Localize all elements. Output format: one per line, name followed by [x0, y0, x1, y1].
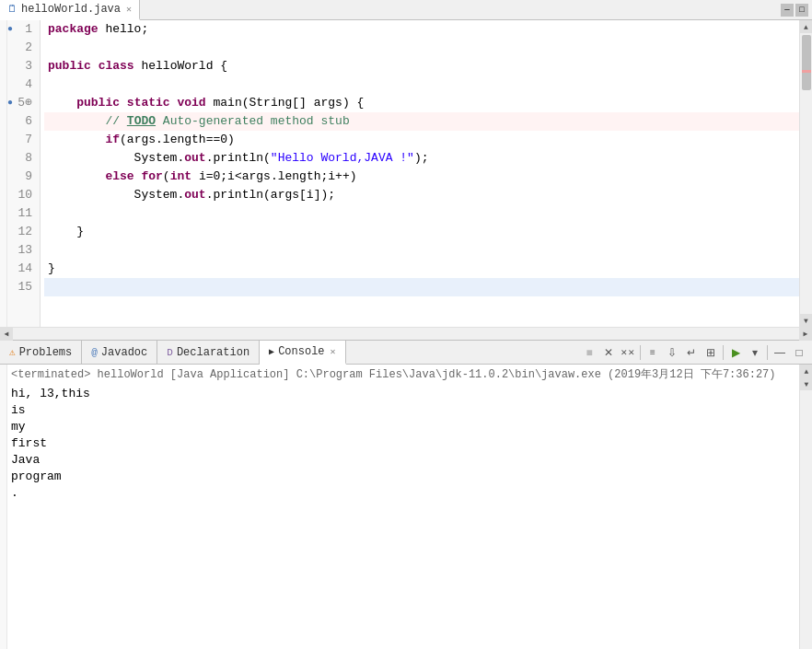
code-line-1: package hello; [44, 20, 799, 39]
problems-icon: ⚠ [9, 346, 16, 358]
code-line-14: } [44, 260, 799, 278]
open-run-dropdown[interactable]: ▾ [746, 343, 764, 362]
console-output-line-5: Java [11, 452, 795, 469]
scroll-lock-button[interactable]: ⇩ [663, 343, 681, 362]
console-output-line-4: first [11, 435, 795, 452]
console-panel-body: <terminated> helloWorld [Java Applicatio… [0, 365, 812, 649]
scroll-left-arrow[interactable]: ◀ [0, 328, 13, 341]
code-line-10: System.out.println(args[i]); [44, 186, 799, 204]
code-line-5: public static void main(String[] args) { [44, 94, 799, 112]
panel-maximize-button[interactable]: □ [790, 343, 808, 362]
terminate-all-button[interactable]: ✕✕ [619, 343, 637, 362]
line-number-1: ●1 [15, 20, 32, 39]
code-line-6: // TODO Auto-generated method stub [44, 112, 799, 131]
code-line-12: } [44, 223, 799, 241]
console-content[interactable]: <terminated> helloWorld [Java Applicatio… [7, 365, 799, 649]
code-line-15 [44, 278, 799, 296]
line-number-13: 13 [15, 241, 32, 260]
console-output-line-2: is [11, 402, 795, 419]
line-number-2: 2 [15, 39, 32, 57]
console-scroll-up[interactable]: ▲ [800, 365, 812, 377]
tab-console[interactable]: ▶ Console ✕ [260, 341, 345, 365]
code-editor: ●1 2 3 4 ●5⊕ 6 7 8 9 10 11 12 13 14 15 p… [0, 20, 812, 327]
panel-toolbar-buttons: ■ ✕ ✕✕ ≡ ⇩ ↵ ⊞ ▶ ▾ — □ [576, 343, 812, 362]
editor-vertical-scrollbar[interactable]: ▲ ▼ [799, 20, 812, 327]
panel-minimize-button[interactable]: — [771, 343, 789, 362]
panel-tabs-toolbar: ⚠ Problems @ Javadoc D Declaration ▶ Con… [0, 341, 812, 365]
word-wrap-button[interactable]: ↵ [682, 343, 701, 362]
editor-horizontal-scrollbar[interactable]: ◀ ▶ [0, 327, 812, 340]
line-number-7: 7 [15, 131, 32, 149]
javadoc-icon: @ [91, 347, 98, 358]
separator-3 [767, 345, 768, 360]
line-numbers: ●1 2 3 4 ●5⊕ 6 7 8 9 10 11 12 13 14 15 [7, 20, 41, 327]
separator-2 [723, 345, 724, 360]
line-number-6: 6 [15, 112, 32, 131]
error-marker [802, 70, 811, 73]
line-number-11: 11 [15, 204, 32, 223]
code-line-4 [44, 75, 799, 94]
editor-tab[interactable]: 🗒 helloWorld.java ✕ [0, 0, 140, 20]
line-number-3: 3 [15, 57, 32, 75]
code-line-9: else for(int i=0;i<args.length;i++) [44, 168, 799, 186]
tab-declaration[interactable]: D Declaration [157, 341, 260, 365]
tab-problems[interactable]: ⚠ Problems [0, 341, 82, 365]
scroll-track[interactable] [800, 33, 812, 314]
terminated-text: <terminated> helloWorld [Java Applicatio… [11, 366, 795, 382]
show-options-button[interactable]: ⊞ [702, 343, 720, 362]
scroll-thumb[interactable] [802, 35, 811, 90]
console-scroll-down[interactable]: ▼ [800, 377, 812, 390]
line-number-10: 10 [15, 186, 32, 204]
line-number-15: 15 [15, 278, 32, 296]
java-file-icon: 🗒 [7, 3, 17, 15]
bottom-panel: ⚠ Problems @ Javadoc D Declaration ▶ Con… [0, 341, 812, 649]
stop-button[interactable]: ■ [580, 343, 598, 362]
panel-tabs-left: ⚠ Problems @ Javadoc D Declaration ▶ Con… [0, 341, 346, 364]
tab-javadoc[interactable]: @ Javadoc [82, 341, 157, 365]
editor-tab-label: helloWorld.java [21, 3, 121, 16]
console-output-line-1: hi, l3,this [11, 386, 795, 402]
code-line-7: if(args.length==0) [44, 131, 799, 149]
console-vertical-scrollbar[interactable]: ▲ ▼ [799, 365, 812, 649]
code-line-3: public class helloWorld { [44, 57, 799, 75]
declaration-icon: D [167, 347, 173, 358]
line-number-12: 12 [15, 223, 32, 241]
line-number-14: 14 [15, 260, 32, 278]
left-gutter [0, 20, 7, 327]
code-line-11 [44, 204, 799, 223]
line-number-5: ●5⊕ [15, 94, 32, 112]
code-line-8: System.out.println("Hello World,JAVA !")… [44, 149, 799, 168]
declaration-tab-label: Declaration [177, 346, 249, 359]
scroll-down-arrow[interactable]: ▼ [800, 314, 813, 327]
run-button[interactable]: ▶ [726, 343, 745, 362]
window-controls: — □ [781, 4, 812, 17]
clear-console-button[interactable]: ≡ [644, 343, 662, 362]
code-content[interactable]: package hello; public class helloWorld {… [41, 20, 799, 327]
console-output-line-6: program [11, 469, 795, 485]
console-tab-label: Console [278, 345, 324, 358]
editor-tab-close[interactable]: ✕ [126, 4, 132, 15]
editor-tab-bar: 🗒 helloWorld.java ✕ — □ [0, 0, 812, 20]
terminate-button[interactable]: ✕ [599, 343, 618, 362]
line-number-4: 4 [15, 75, 32, 94]
scroll-right-arrow[interactable]: ▶ [799, 328, 812, 341]
console-icon: ▶ [269, 346, 274, 357]
line-number-9: 9 [15, 168, 32, 186]
code-line-2 [44, 39, 799, 57]
console-tab-close[interactable]: ✕ [331, 346, 336, 357]
console-left-gutter [0, 365, 7, 649]
console-output-line-7: . [11, 485, 795, 502]
problems-tab-label: Problems [19, 346, 73, 359]
editor-container: 🗒 helloWorld.java ✕ — □ ●1 2 3 4 ●5⊕ 6 7… [0, 0, 812, 341]
javadoc-tab-label: Javadoc [101, 346, 147, 359]
minimize-button[interactable]: — [781, 4, 794, 17]
code-line-13 [44, 241, 799, 260]
maximize-button[interactable]: □ [795, 4, 808, 17]
line-number-8: 8 [15, 149, 32, 168]
scroll-up-arrow[interactable]: ▲ [800, 20, 813, 33]
separator-1 [640, 345, 641, 360]
console-output-line-3: my [11, 419, 795, 435]
